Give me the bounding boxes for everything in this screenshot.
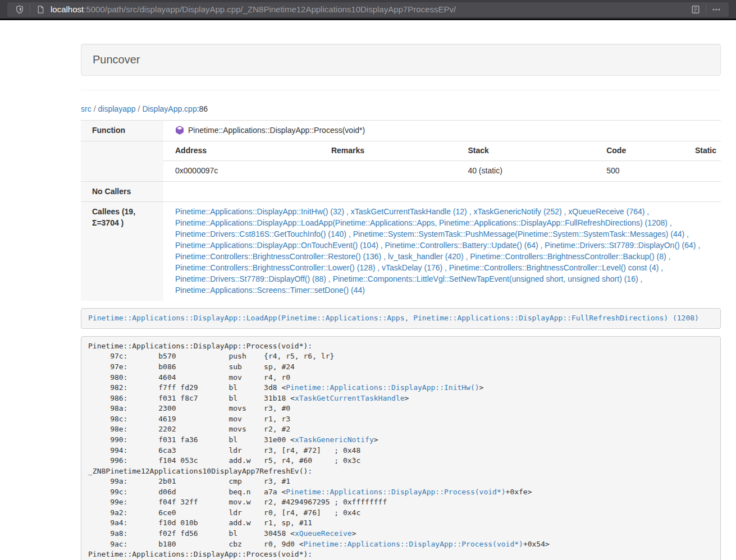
callee-separator: , [644,207,649,216]
callee-link[interactable]: Pinetime::Drivers::St7789::DisplayOff() … [175,274,326,283]
callee-link[interactable]: Pinetime::Controllers::BrightnessControl… [175,252,381,261]
browser-toolbar: localhost:5000/path/src/displayapp/Displ… [0,0,736,19]
callee-separator: , [378,241,385,250]
function-label: Function [81,120,163,141]
callee-link[interactable]: vTaskDelay (176) [382,263,442,272]
callee-link[interactable]: Pinetime::Controllers::Battery::Update()… [385,241,538,250]
function-name-cell: Pinetime::Applications::DisplayApp::Proc… [163,120,721,141]
callee-link[interactable]: Pinetime::Controllers::BrightnessControl… [175,263,375,272]
callee-link[interactable]: Pinetime::Applications::Screens::Timer::… [175,286,365,295]
callee-separator: , [381,252,388,261]
callee-link[interactable]: Pinetime::Applications::DisplayApp::Init… [175,207,344,216]
highlighted-symbol-link[interactable]: Pinetime::Applications::DisplayApp::Load… [88,314,699,322]
url-bar-divider-right [706,4,706,15]
callee-link[interactable]: xTaskGenericNotify (252) [473,207,561,216]
callee-separator: , [666,252,671,261]
url-host: localhost [51,4,84,14]
callers-row: No Callers [81,181,721,202]
function-stats-row: Address Remarks Stack Code Static 0x0000… [81,141,721,181]
col-header-remarks: Remarks [319,141,456,160]
stack-value: 40 (static) [456,160,595,181]
code-symbol-link[interactable]: Pinetime::Applications::DisplayApp::Proc… [286,488,505,496]
callee-link[interactable]: Pinetime::Controllers::BrightnessControl… [470,252,666,261]
function-stats-label [81,141,163,181]
callee-link[interactable]: Pinetime::System::SystemTask::PushMessag… [353,229,685,238]
stats-value-row: 0x0000097c 40 (static) 500 [163,160,721,181]
callee-separator: , [442,263,449,272]
col-header-code: Code [595,141,683,160]
callee-link[interactable]: Pinetime::Components::LittleVgl::SetNewT… [333,274,638,283]
callee-link[interactable]: Pinetime::Applications::DisplayApp::OnTo… [175,241,378,250]
page-container: Puncover src/displayapp/DisplayApp.cpp:8… [81,20,721,560]
code-symbol-link[interactable]: Pinetime::Applications::DisplayApp::Proc… [304,540,523,548]
callee-link[interactable]: Pinetime::Applications::DisplayApp::Load… [175,218,668,227]
breadcrumb-link[interactable]: src [81,104,92,113]
code-symbol-link[interactable]: xTaskGetCurrentTaskHandle [295,394,405,402]
callee-separator: , [464,252,470,261]
callee-separator: , [326,274,333,283]
code-value: 500 [595,160,683,181]
shield-icon[interactable] [13,3,26,16]
function-table: Function Pinetime::Applications::Display… [81,120,721,301]
callee-separator: , [696,241,701,250]
breadcrumb-link[interactable]: displayapp [98,104,136,113]
reader-mode-icon[interactable] [689,3,702,16]
app-header: Puncover [81,44,721,76]
disassembly-code: Pinetime::Applications::DisplayApp::Proc… [81,336,721,560]
function-name: Pinetime::Applications::DisplayApp::Proc… [188,126,365,135]
col-header-static: Static [683,141,721,160]
function-row: Function Pinetime::Applications::Display… [81,120,721,141]
highlighted-symbol-box: Pinetime::Applications::DisplayApp::Load… [81,308,721,329]
breadcrumb-separator: / [136,104,143,113]
static-value [683,160,721,181]
callee-link[interactable]: xQueueReceive (764) [568,207,644,216]
breadcrumb-link[interactable]: DisplayApp.cpp [142,104,196,113]
url-path: :5000/path/src/displayapp/DisplayApp.cpp… [84,4,456,14]
callee-separator: , [659,263,663,272]
address-value: 0x0000097c [163,160,319,181]
no-callers-label: No Callers [81,181,163,202]
callee-separator: , [668,218,672,227]
callee-link[interactable]: Pinetime::Drivers::St7789::DisplayOn() (… [545,241,696,250]
page-title: Puncover [93,52,709,68]
header-divider [81,90,721,90]
callee-separator: , [346,229,353,238]
callees-list: Pinetime::Applications::DisplayApp::Init… [163,202,721,301]
callee-separator: , [344,207,351,216]
code-symbol-link[interactable]: xQueueReceive [295,529,352,538]
symbol-cube-icon [175,126,184,135]
function-stats-cell: Address Remarks Stack Code Static 0x0000… [163,141,721,181]
url-input[interactable]: localhost:5000/path/src/displayapp/Displ… [51,3,689,15]
callee-separator: , [684,229,689,238]
callee-separator: , [467,207,474,216]
col-header-address: Address [163,141,319,160]
callee-link[interactable]: xTaskGetCurrentTaskHandle (12) [351,207,467,216]
callee-separator: , [638,274,643,283]
callee-link[interactable]: lv_task_handler (420) [388,252,464,261]
remarks-value [319,160,456,181]
callers-cell [163,181,721,202]
url-bar-divider [30,4,30,15]
breadcrumb-separator: / [92,104,98,113]
code-symbol-link[interactable]: xTaskGenericNotify [295,435,374,444]
breadcrumb-line-number: :86 [197,104,208,113]
overflow-menu-icon[interactable] [710,3,723,16]
callee-link[interactable]: Pinetime::Drivers::Cst816S::GetTouchInfo… [175,229,346,238]
page-icon[interactable] [34,3,47,16]
breadcrumb: src/displayapp/DisplayApp.cpp:86 [81,104,721,115]
callee-separator: , [562,207,569,216]
callee-separator: , [538,241,545,250]
col-header-stack: Stack [456,141,595,160]
stats-table: Address Remarks Stack Code Static 0x0000… [163,141,721,181]
callee-link[interactable]: Pinetime::Controllers::BrightnessControl… [449,263,659,272]
callees-row: Callees (19, Σ=3704 ) Pinetime::Applicat… [81,202,721,301]
callees-label: Callees (19, Σ=3704 ) [81,202,163,301]
url-bar[interactable]: localhost:5000/path/src/displayapp/Displ… [7,2,729,17]
callee-separator: , [375,263,382,272]
code-symbol-link[interactable]: Pinetime::Applications::DisplayApp::Init… [286,383,479,392]
